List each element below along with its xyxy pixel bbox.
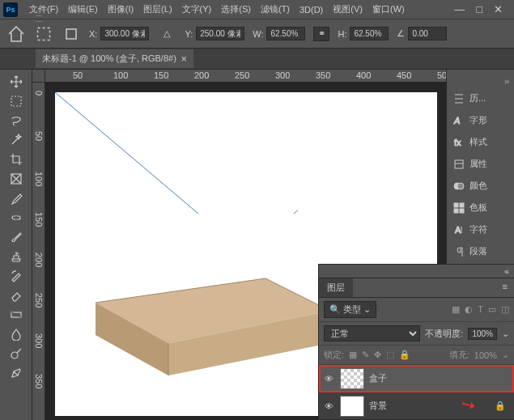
w-input[interactable] (266, 27, 305, 40)
y-input[interactable] (196, 27, 244, 40)
panel-color[interactable]: 颜色 (447, 175, 514, 197)
lasso-tool-icon[interactable] (6, 112, 26, 129)
h-input[interactable] (350, 27, 389, 40)
transform-icon[interactable] (34, 24, 53, 44)
filter-type-dropdown[interactable]: 🔍 类型 ⌄ (324, 301, 376, 318)
pen-tool-icon[interactable] (6, 364, 26, 382)
panels-collapse-icon[interactable]: » (447, 74, 514, 87)
dodge-tool-icon[interactable] (6, 345, 26, 363)
blur-tool-icon[interactable] (6, 325, 26, 343)
menu-select[interactable]: 选择(S) (216, 3, 256, 15)
panel-swatches[interactable]: 色板 (447, 197, 514, 218)
layer-name[interactable]: 盒子 (369, 372, 387, 384)
gradient-tool-icon[interactable] (6, 306, 26, 324)
panel-character[interactable]: A字符 (447, 218, 514, 240)
x-label: X: (89, 29, 97, 39)
panel-glyphs[interactable]: A字形 (447, 109, 514, 131)
minimize-icon[interactable]: — (454, 3, 465, 15)
angle-input[interactable] (408, 27, 447, 40)
h-label: H: (338, 29, 346, 39)
healing-tool-icon[interactable] (6, 209, 26, 227)
eyedropper-tool-icon[interactable] (6, 189, 26, 207)
menu-3d[interactable]: 3D(D) (295, 5, 328, 15)
fill-value[interactable]: 100% (474, 350, 497, 360)
panel-history[interactable]: 历... (447, 87, 514, 109)
lock-label: 锁定: (324, 349, 344, 361)
layers-panel: « 图层 ≡ 🔍 类型 ⌄ ▦ ◐ T ▭ ◫ 正常 不透明度: 100% ⌄ … (318, 264, 514, 420)
visibility-toggle-icon[interactable]: 👁 (322, 374, 335, 384)
svg-text:A: A (453, 116, 460, 125)
magic-wand-tool-icon[interactable] (6, 131, 26, 149)
app-logo: Ps (3, 2, 18, 17)
frame-tool-icon[interactable] (6, 170, 26, 188)
lock-artboard-icon[interactable]: ⬚ (386, 350, 394, 360)
layer-name[interactable]: 背景 (369, 400, 387, 412)
eraser-tool-icon[interactable] (6, 286, 26, 304)
clone-stamp-tool-icon[interactable] (6, 248, 26, 265)
filter-pixel-icon[interactable]: ▦ (452, 304, 460, 315)
lock-transparency-icon[interactable]: ▦ (349, 350, 357, 360)
document-tab[interactable]: 未标题-1 @ 100% (盒子, RGB/8#) × (36, 49, 193, 68)
tab-layers[interactable]: 图层 (319, 278, 353, 297)
menu-file[interactable]: 文件(F) (24, 3, 63, 15)
menu-layer[interactable]: 图层(L) (138, 3, 176, 15)
history-brush-tool-icon[interactable] (6, 267, 26, 285)
svg-line-7 (55, 92, 298, 214)
opacity-label: 不透明度: (425, 328, 463, 340)
home-icon[interactable] (6, 24, 26, 44)
chevron-down-icon[interactable]: ⌄ (502, 350, 509, 360)
filter-smart-icon[interactable]: ◫ (501, 304, 509, 315)
ruler-vertical[interactable]: 0 50 100 150 200 250 300 350 (32, 83, 45, 420)
lock-fill-row: 锁定: ▦ ✎ ✥ ⬚ 🔒 填充: 100% ⌄ (319, 346, 514, 365)
tab-close-icon[interactable]: × (181, 53, 187, 65)
brush-tool-icon[interactable] (6, 228, 26, 246)
menu-edit[interactable]: 编辑(E) (63, 3, 103, 15)
svg-point-6 (11, 352, 18, 358)
fill-label: 填充: (449, 349, 469, 361)
maximize-icon[interactable]: □ (476, 3, 482, 15)
menu-view[interactable]: 视图(V) (328, 3, 367, 15)
lock-position-icon[interactable]: ✥ (374, 350, 381, 360)
layer-row[interactable]: 👁 盒子 (319, 365, 514, 392)
panel-menu-icon[interactable]: ≡ (496, 278, 514, 297)
menu-type[interactable]: 文字(Y) (177, 3, 217, 15)
svg-rect-1 (66, 29, 76, 39)
layer-thumbnail[interactable] (340, 368, 364, 389)
lock-all-icon[interactable]: 🔒 (399, 350, 410, 360)
filter-adjust-icon[interactable]: ◐ (465, 304, 473, 315)
layer-thumbnail[interactable] (340, 396, 364, 417)
crop-tool-icon[interactable] (6, 151, 26, 168)
reference-point-icon[interactable] (62, 24, 81, 44)
filter-shape-icon[interactable]: ▭ (488, 304, 496, 315)
box-image[interactable] (79, 238, 346, 384)
panel-properties[interactable]: 属性 (447, 153, 514, 175)
menu-image[interactable]: 图像(I) (103, 3, 138, 15)
move-tool-icon[interactable] (6, 73, 26, 91)
svg-rect-0 (38, 28, 50, 40)
swap-xy-icon[interactable]: △ (157, 24, 176, 44)
blend-opacity-row: 正常 不透明度: 100% ⌄ (319, 322, 514, 346)
close-icon[interactable]: ✕ (494, 3, 503, 15)
panel-styles[interactable]: fx样式 (447, 131, 514, 153)
svg-rect-2 (11, 96, 21, 106)
menu-window[interactable]: 窗口(W) (367, 3, 410, 15)
lock-image-icon[interactable]: ✎ (362, 350, 369, 360)
visibility-toggle-icon[interactable]: 👁 (322, 401, 335, 411)
svg-rect-22 (454, 209, 458, 213)
document-tab-title: 未标题-1 @ 100% (盒子, RGB/8#) (42, 53, 176, 65)
layer-row[interactable]: 👁 背景 🔒 (319, 392, 514, 420)
blend-mode-select[interactable]: 正常 (324, 325, 420, 342)
lock-icon[interactable]: 🔒 (495, 401, 506, 411)
options-bar: X: △ Y: W: ⚭ H: ∠ (0, 19, 514, 49)
panel-paragraph[interactable]: 段落 (447, 240, 514, 262)
opacity-value[interactable]: 100% (468, 328, 497, 340)
chevron-down-icon[interactable]: ⌄ (502, 329, 509, 339)
marquee-tool-icon[interactable] (6, 92, 26, 110)
filter-type-icon[interactable]: T (478, 304, 483, 315)
menu-filter[interactable]: 滤镜(T) (256, 3, 295, 15)
x-input[interactable] (100, 27, 149, 40)
layers-collapse-icon[interactable]: « (504, 266, 509, 276)
panel-handle-icon[interactable] (36, 8, 42, 24)
link-wh-icon[interactable]: ⚭ (313, 27, 329, 41)
ruler-horizontal[interactable]: 50 100 150 200 250 300 350 400 450 500 (45, 70, 446, 83)
